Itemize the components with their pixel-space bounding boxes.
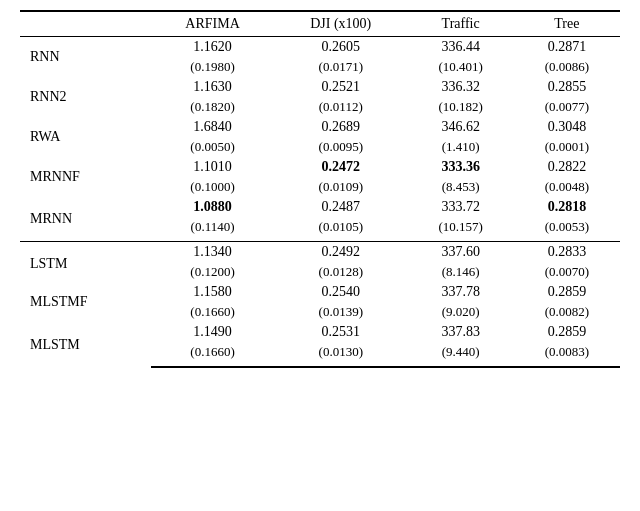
cell-main: 1.1620	[151, 37, 274, 58]
header-tree: Tree	[514, 11, 620, 37]
cell-sub: (0.1660)	[151, 342, 274, 367]
cell-sub: (9.020)	[408, 302, 514, 322]
cell-sub: (0.0095)	[274, 137, 408, 157]
cell-main: 0.2859	[514, 282, 620, 302]
cell-sub: (0.0139)	[274, 302, 408, 322]
cell-main: 1.1580	[151, 282, 274, 302]
cell-main: 0.2521	[274, 77, 408, 97]
table-row: RNN21.16300.2521336.320.2855	[20, 77, 620, 97]
cell-main: 0.2833	[514, 242, 620, 263]
row-label: MRNN	[20, 197, 151, 242]
table-row: LSTM1.13400.2492337.600.2833	[20, 242, 620, 263]
cell-main: 0.2822	[514, 157, 620, 177]
row-label: RWA	[20, 117, 151, 157]
cell-sub: (0.0048)	[514, 177, 620, 197]
cell-sub: (1.410)	[408, 137, 514, 157]
header-empty	[20, 11, 151, 37]
cell-sub: (8.453)	[408, 177, 514, 197]
cell-main: 337.78	[408, 282, 514, 302]
cell-sub: (10.401)	[408, 57, 514, 77]
row-label: MLSTMF	[20, 282, 151, 322]
cell-sub: (0.0053)	[514, 217, 620, 242]
cell-sub: (9.440)	[408, 342, 514, 367]
cell-main: 337.83	[408, 322, 514, 342]
cell-main: 336.44	[408, 37, 514, 58]
cell-sub: (10.182)	[408, 97, 514, 117]
cell-sub: (0.0112)	[274, 97, 408, 117]
cell-sub: (0.0171)	[274, 57, 408, 77]
row-label: RNN2	[20, 77, 151, 117]
cell-sub: (0.1820)	[151, 97, 274, 117]
cell-sub: (0.1000)	[151, 177, 274, 197]
cell-main: 0.2531	[274, 322, 408, 342]
cell-main: 0.2540	[274, 282, 408, 302]
cell-main: 0.2487	[274, 197, 408, 217]
table-row: MLSTMF1.15800.2540337.780.2859	[20, 282, 620, 302]
cell-main: 0.3048	[514, 117, 620, 137]
cell-sub: (0.0001)	[514, 137, 620, 157]
cell-sub: (0.0050)	[151, 137, 274, 157]
results-table: ARFIMADJI (x100)TrafficTree RNN1.16200.2…	[20, 10, 620, 368]
table-row: RWA1.68400.2689346.620.3048	[20, 117, 620, 137]
cell-main: 1.1010	[151, 157, 274, 177]
cell-main: 1.6840	[151, 117, 274, 137]
cell-sub: (0.0083)	[514, 342, 620, 367]
cell-main: 1.1340	[151, 242, 274, 263]
cell-main: 0.2689	[274, 117, 408, 137]
cell-sub: (0.0082)	[514, 302, 620, 322]
cell-main: 0.2492	[274, 242, 408, 263]
header-traffic: Traffic	[408, 11, 514, 37]
table-row: MRNNF1.10100.2472333.360.2822	[20, 157, 620, 177]
cell-main: 346.62	[408, 117, 514, 137]
cell-main: 0.2859	[514, 322, 620, 342]
cell-sub: (0.1980)	[151, 57, 274, 77]
row-label: MLSTM	[20, 322, 151, 367]
cell-main: 0.2871	[514, 37, 620, 58]
cell-sub: (0.0086)	[514, 57, 620, 77]
cell-main: 0.2605	[274, 37, 408, 58]
row-label: LSTM	[20, 242, 151, 283]
cell-sub: (8.146)	[408, 262, 514, 282]
row-label: MRNNF	[20, 157, 151, 197]
cell-main: 0.2472	[274, 157, 408, 177]
table-row: MRNN1.08800.2487333.720.2818	[20, 197, 620, 217]
cell-sub: (0.1660)	[151, 302, 274, 322]
table-row: MLSTM1.14900.2531337.830.2859	[20, 322, 620, 342]
header-dji--x100-: DJI (x100)	[274, 11, 408, 37]
cell-sub: (0.0105)	[274, 217, 408, 242]
cell-sub: (0.0128)	[274, 262, 408, 282]
cell-main: 1.1490	[151, 322, 274, 342]
cell-sub: (0.1140)	[151, 217, 274, 242]
header-arfima: ARFIMA	[151, 11, 274, 37]
table-row: RNN1.16200.2605336.440.2871	[20, 37, 620, 58]
cell-sub: (0.0070)	[514, 262, 620, 282]
cell-main: 0.2855	[514, 77, 620, 97]
cell-main: 1.0880	[151, 197, 274, 217]
cell-main: 336.32	[408, 77, 514, 97]
cell-main: 333.72	[408, 197, 514, 217]
cell-main: 0.2818	[514, 197, 620, 217]
cell-sub: (10.157)	[408, 217, 514, 242]
cell-sub: (0.0130)	[274, 342, 408, 367]
cell-main: 333.36	[408, 157, 514, 177]
cell-sub: (0.1200)	[151, 262, 274, 282]
cell-main: 1.1630	[151, 77, 274, 97]
cell-sub: (0.0077)	[514, 97, 620, 117]
cell-main: 337.60	[408, 242, 514, 263]
row-label: RNN	[20, 37, 151, 78]
cell-sub: (0.0109)	[274, 177, 408, 197]
